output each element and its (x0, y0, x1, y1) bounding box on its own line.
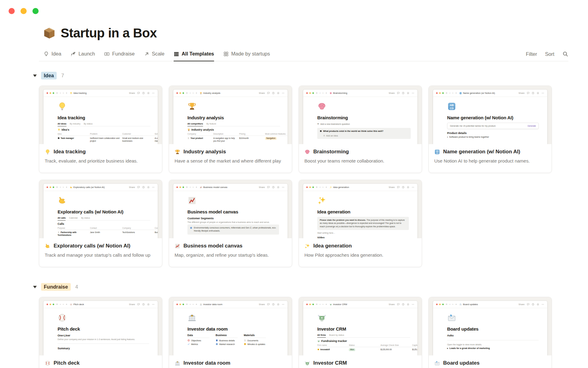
clock-icon (532, 303, 534, 306)
close-window-button[interactable] (9, 8, 15, 14)
mini-cell: $10/month (239, 136, 265, 143)
brain-icon (317, 102, 326, 111)
template-card-name-generation-w-notion-ai[interactable]: ≡‹›+ABCDName generation (w/ Notion AI)Sh… (428, 86, 552, 173)
filter-button[interactable]: Filter (526, 51, 537, 57)
mini-page-icon: ABCD (447, 102, 543, 112)
mini-column-header: Average Check Size (381, 343, 412, 347)
sort-button[interactable]: Sort (545, 51, 554, 57)
card-footer: Idea trackingTrack, evaluate, and priori… (39, 144, 162, 163)
template-card-brainstorming[interactable]: ≡‹›+BrainstormingShareBrainstorming⊕Add … (299, 86, 422, 173)
mini-zoom-icon (442, 92, 444, 94)
clock-icon (142, 303, 145, 306)
collapse-toggle-icon[interactable] (33, 75, 37, 77)
mini-column-title: Materials (244, 334, 266, 338)
mini-heading: Product details (447, 132, 543, 135)
notes-icon (244, 343, 246, 345)
nav-tabs: IdeaLaunchFundraiseScaleAll TemplatesMad… (39, 51, 270, 61)
card-footer: Pitch deck (39, 355, 162, 366)
mini-minimize-icon (50, 92, 51, 94)
back-icon: ‹ (190, 92, 191, 94)
lightbulb-icon (58, 102, 67, 111)
tab-fundraise[interactable]: Fundraise (104, 51, 134, 61)
collapse-toggle-icon[interactable] (33, 286, 37, 288)
back-icon: ‹ (450, 303, 450, 306)
search-icon[interactable] (562, 51, 568, 57)
tab-all-templates[interactable]: All Templates (174, 51, 214, 61)
mini-bullet-item: •Software product to bring teams togethe… (447, 136, 543, 138)
mini-window: ≡‹›+$Investor data roomShare$Investor da… (173, 301, 288, 355)
mini-share-label: Share (518, 92, 525, 94)
tab-made-by-startups[interactable]: Made by startups (223, 51, 270, 61)
card-grid-idea: ≡‹›+Idea trackingShareIdea trackingAll i… (39, 86, 552, 267)
mini-add-label: Add a new brainstorm question (320, 123, 350, 125)
mini-page-icon (317, 102, 413, 112)
book-icon (216, 339, 218, 342)
mini-close-icon (176, 92, 178, 94)
dots3-icon (412, 92, 414, 94)
template-card-investor-data-room[interactable]: ≡‹›+$Investor data roomShare$Investor da… (169, 297, 292, 368)
template-card-idea-tracking[interactable]: ≡‹›+Idea trackingShareIdea trackingAll i… (39, 86, 162, 173)
template-card-investor-crm[interactable]: ≡‹›+Investor CRMShareInvestor CRMAll fir… (299, 297, 422, 368)
mini-column-header: Status (349, 343, 380, 347)
mini-share-label: Share (389, 186, 395, 189)
mini-page-title: Name generation (w/ Notion AI) (447, 115, 543, 120)
lightbulb-icon (58, 128, 60, 131)
template-card-business-model-canvas[interactable]: ≡‹›+Business model canvasShareBusiness m… (169, 180, 292, 267)
call-me-icon (45, 243, 51, 249)
dots3-icon (152, 186, 155, 189)
baseball-icon (70, 303, 72, 306)
menu-icon: ≡ (56, 303, 58, 306)
mini-generate-button: Generate (528, 125, 536, 127)
forward-icon: › (322, 92, 323, 94)
tab-launch[interactable]: Launch (70, 51, 95, 61)
back-icon: ‹ (320, 92, 321, 94)
card-preview-image: ≡‹›+Industry analysisShareIndustry analy… (169, 86, 292, 144)
mini-zoom-icon (53, 186, 54, 188)
template-card-exploratory-calls-w-notion-ai[interactable]: ≡‹›+Exploratory calls (w/ Notion AI)Shar… (39, 180, 162, 267)
back-icon: ‹ (320, 186, 321, 189)
mini-tab-title: Idea generation (330, 186, 349, 189)
mini-cell: Small and medium-size businesses (122, 136, 155, 143)
tab-scale[interactable]: Scale (144, 51, 164, 61)
mini-view-tab: By industry (70, 123, 81, 125)
mini-view-tabs: All ideasBy industryBy status (58, 123, 150, 126)
doc-icon (187, 137, 190, 139)
menu-icon: ≡ (186, 303, 188, 306)
mini-column-header: Pricing (239, 132, 265, 136)
mini-minimize-icon (309, 186, 311, 188)
mini-zoom-icon (183, 186, 184, 188)
mini-cell: A comprehensive SaaS project management … (155, 136, 158, 143)
card-description: Track, evaluate, and prioritize business… (45, 158, 156, 163)
dots3-icon (152, 303, 155, 306)
minimize-window-button[interactable] (21, 8, 27, 14)
clock-icon (402, 303, 405, 306)
envelope-icon (434, 360, 440, 366)
mini-view-tab: By status (81, 217, 90, 219)
back-icon: ‹ (60, 186, 61, 189)
clock-icon (272, 186, 275, 189)
card-preview-image: ≡‹›+Board updatesShareBoard updatesAsksO… (429, 297, 552, 355)
mini-page-icon (447, 313, 543, 324)
mini-tab-title-text: Board updates (463, 303, 478, 306)
mini-page-icon (187, 196, 283, 206)
mini-share-label: Share (389, 303, 395, 306)
bubble-icon (527, 303, 530, 306)
star-icon (277, 92, 280, 94)
mini-view-tab: Calendar (69, 217, 77, 219)
mini-callout: Environmentally conscious consumers, mil… (187, 224, 279, 235)
mini-tab-title-text: Idea tracking (74, 92, 87, 94)
mini-browser-chrome: ≡‹›+Industry analysisShare (173, 90, 288, 97)
mini-page-icon (187, 102, 283, 112)
svg-text:CD: CD (450, 107, 454, 110)
tab-idea[interactable]: Idea (43, 51, 61, 61)
mini-zoom-icon (312, 92, 314, 94)
template-card-pitch-deck[interactable]: ≡‹›+Pitch deckSharePitch deckOne-LinerDe… (39, 297, 162, 368)
template-card-industry-analysis[interactable]: ≡‹›+Industry analysisShareIndustry analy… (169, 86, 292, 173)
template-card-idea-generation[interactable]: ≡‹›+Idea generationShareIdea generationP… (299, 180, 422, 267)
zoom-window-button[interactable] (32, 8, 39, 14)
check-icon (320, 130, 322, 132)
doc-icon (58, 231, 60, 233)
template-card-board-updates[interactable]: ≡‹›+Board updatesShareBoard updatesAsksO… (428, 297, 552, 368)
mini-window: ≡‹›+Business model canvasShareBusiness m… (173, 184, 288, 238)
mini-link-item: Minutes & updates (244, 343, 266, 345)
